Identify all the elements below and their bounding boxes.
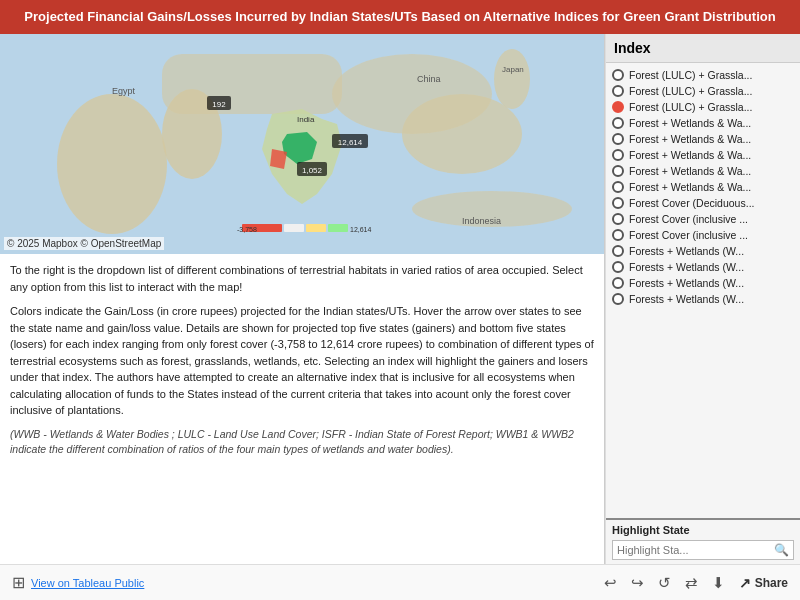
svg-text:India: India [297,115,315,124]
svg-text:China: China [417,74,441,84]
radio-circle-9 [612,213,624,225]
index-item-1[interactable]: Forest (LULC) + Grassla... [606,83,800,99]
index-label-1: Forest (LULC) + Grassla... [629,85,752,97]
svg-text:Egypt: Egypt [112,86,136,96]
index-label-14: Forests + Wetlands (W... [629,293,744,305]
svg-point-6 [332,54,492,134]
svg-text:192: 192 [212,100,226,109]
index-label-4: Forest + Wetlands & Wa... [629,133,751,145]
index-item-5[interactable]: Forest + Wetlands & Wa... [606,147,800,163]
undo-icon[interactable]: ↩ [604,574,617,592]
radio-circle-12 [612,261,624,273]
description-para2: Colors indicate the Gain/Loss (in crore … [10,303,594,419]
footer-right: ↩ ↪ ↺ ⇄ ⬇ ↗ Share [604,574,788,592]
index-item-6[interactable]: Forest + Wetlands & Wa... [606,163,800,179]
radio-circle-0 [612,69,624,81]
main-container: Projected Financial Gains/Losses Incurre… [0,0,800,600]
index-label-8: Forest Cover (Deciduous... [629,197,754,209]
radio-circle-10 [612,229,624,241]
svg-text:1,052: 1,052 [302,166,323,175]
svg-text:12,614: 12,614 [338,138,363,147]
footer: ⊞ View on Tableau Public ↩ ↪ ↺ ⇄ ⬇ ↗ Sha… [0,564,800,600]
index-label-13: Forests + Wetlands (W... [629,277,744,289]
left-panel: 12,614 1,052 192 -3,758 12,614 China Jap… [0,34,605,564]
radio-circle-13 [612,277,624,289]
radio-circle-2 [612,101,624,113]
index-label-2: Forest (LULC) + Grassla... [629,101,752,113]
radio-circle-8 [612,197,624,209]
highlight-input-wrapper[interactable]: 🔍 [612,540,794,560]
index-item-13[interactable]: Forests + Wetlands (W... [606,275,800,291]
index-item-12[interactable]: Forests + Wetlands (W... [606,259,800,275]
svg-rect-17 [328,224,348,232]
svg-text:Indonesia: Indonesia [462,216,501,226]
index-item-0[interactable]: Forest (LULC) + Grassla... [606,67,800,83]
index-label-9: Forest Cover (inclusive ... [629,213,748,225]
map-svg: 12,614 1,052 192 -3,758 12,614 China Jap… [0,34,604,254]
map-area: 12,614 1,052 192 -3,758 12,614 China Jap… [0,34,604,254]
svg-point-7 [494,49,530,109]
highlight-section: Highlight State 🔍 [606,518,800,564]
radio-circle-5 [612,149,624,161]
share-button[interactable]: ↗ Share [739,575,788,591]
main-content: 12,614 1,052 192 -3,758 12,614 China Jap… [0,34,800,564]
radio-circle-4 [612,133,624,145]
index-label-3: Forest + Wetlands & Wa... [629,117,751,129]
index-item-9[interactable]: Forest Cover (inclusive ... [606,211,800,227]
page-header: Projected Financial Gains/Losses Incurre… [0,0,800,34]
share-label: Share [755,576,788,590]
right-panel: Index Forest (LULC) + Grassla...Forest (… [605,34,800,564]
map-credit: © 2025 Mapbox © OpenStreetMap [4,237,164,250]
description-para3: (WWB - Wetlands & Water Bodies ; LULC - … [10,427,594,459]
radio-circle-11 [612,245,624,257]
search-icon-button[interactable]: 🔍 [774,543,789,557]
radio-circle-14 [612,293,624,305]
radio-circle-1 [612,85,624,97]
index-item-8[interactable]: Forest Cover (Deciduous... [606,195,800,211]
svg-point-1 [57,94,167,234]
index-item-7[interactable]: Forest + Wetlands & Wa... [606,179,800,195]
radio-circle-7 [612,181,624,193]
index-label-0: Forest (LULC) + Grassla... [629,69,752,81]
index-label-11: Forests + Wetlands (W... [629,245,744,257]
index-title: Index [606,34,800,63]
index-label-7: Forest + Wetlands & Wa... [629,181,751,193]
index-item-14[interactable]: Forests + Wetlands (W... [606,291,800,307]
reset-icon[interactable]: ↺ [658,574,671,592]
svg-text:Japan: Japan [502,65,524,74]
index-item-2[interactable]: Forest (LULC) + Grassla... [606,99,800,115]
share-icon: ↗ [739,575,751,591]
index-label-6: Forest + Wetlands & Wa... [629,165,751,177]
index-list: Forest (LULC) + Grassla...Forest (LULC) … [606,63,800,518]
index-label-5: Forest + Wetlands & Wa... [629,149,751,161]
download-icon[interactable]: ⬇ [712,574,725,592]
fullscreen-icon[interactable]: ⇄ [685,574,698,592]
index-item-10[interactable]: Forest Cover (inclusive ... [606,227,800,243]
tableau-link[interactable]: View on Tableau Public [31,577,144,589]
index-item-11[interactable]: Forests + Wetlands (W... [606,243,800,259]
highlight-state-input[interactable] [617,544,774,556]
svg-text:-3,758: -3,758 [237,226,257,233]
svg-text:12,614: 12,614 [350,226,372,233]
description-para1: To the right is the dropdown list of dif… [10,262,594,295]
footer-left: ⊞ View on Tableau Public [12,573,144,592]
page-title: Projected Financial Gains/Losses Incurre… [24,9,775,24]
index-item-3[interactable]: Forest + Wetlands & Wa... [606,115,800,131]
radio-circle-3 [612,117,624,129]
svg-rect-3 [162,54,342,114]
redo-icon[interactable]: ↪ [631,574,644,592]
index-item-4[interactable]: Forest + Wetlands & Wa... [606,131,800,147]
index-label-10: Forest Cover (inclusive ... [629,229,748,241]
svg-rect-15 [284,224,304,232]
radio-circle-6 [612,165,624,177]
tableau-grid-icon: ⊞ [12,573,25,592]
highlight-section-title: Highlight State [612,524,794,536]
index-label-12: Forests + Wetlands (W... [629,261,744,273]
svg-rect-16 [306,224,326,232]
description-area: To the right is the dropdown list of dif… [0,254,604,564]
